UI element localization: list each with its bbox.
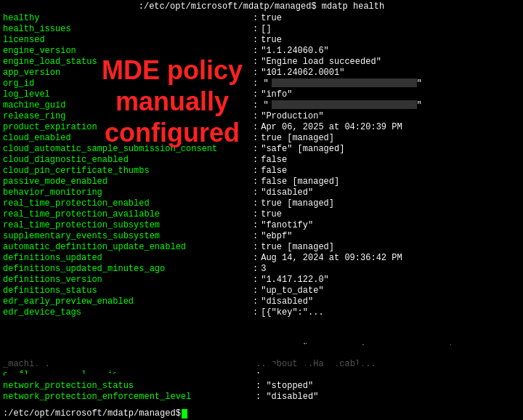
row-colon: : (253, 242, 258, 253)
row-value: true [managed] (261, 198, 334, 209)
row-value: Aug 14, 2024 at 09:36:42 PM (261, 253, 402, 264)
table-row: passive_mode_enabled: false [managed] (3, 177, 520, 187)
row-key: app_version (3, 68, 250, 78)
table-row: real_time_protection_subsystem: "fanotif… (3, 220, 520, 231)
row-key: health_issues (3, 24, 250, 35)
row-value: " (417, 78, 422, 89)
table-row: real_time_protection_available: true (3, 209, 520, 220)
table-row: machine_guid: " " (3, 100, 520, 111)
row-value: [] (261, 24, 271, 35)
row-colon: : (253, 144, 258, 155)
row-colon: : (253, 46, 258, 57)
row-colon: : (253, 57, 258, 68)
row-key: real_time_protection_enabled (3, 198, 250, 209)
row-value: "up_to_date" (261, 286, 323, 296)
row-key: definitions_version (3, 275, 250, 286)
row-value: false (261, 155, 287, 166)
row-value: true [managed] (261, 242, 334, 253)
bottom-prompt-text: :/etc/opt/microsoft/mdatp/managed$ (3, 408, 181, 419)
row-colon: : (253, 13, 258, 24)
row-colon: : (253, 187, 258, 198)
table-row: health_issues: [] (3, 24, 520, 35)
table-row: cloud_pin_certificate_thumbs: false (3, 166, 520, 177)
row-key: log_level (3, 89, 250, 100)
table-row: definitions_updated: Aug 14, 2024 at 09:… (3, 253, 520, 264)
row-colon: : (253, 275, 258, 286)
table-row: engine_version: "1.1.24060.6" (3, 46, 520, 57)
top-command-bar: :/etc/opt/microsoft/mdatp/managed$ mdatp… (3, 1, 520, 12)
row-colon: : (253, 286, 258, 296)
row-colon: : (253, 133, 258, 144)
svg-marker-0 (0, 329, 523, 355)
row-key: engine_version (3, 46, 250, 57)
table-row: org_id: " " (3, 78, 520, 89)
row-colon: : (253, 24, 258, 35)
row-key: edr_early_preview_enabled (3, 296, 250, 307)
row-colon: : (253, 35, 258, 46)
row-value: 3 (261, 264, 266, 275)
redacted-value (272, 100, 417, 109)
row-key: product_expiration (3, 122, 250, 133)
row-value: "safe" [managed] (261, 144, 344, 155)
row-value: "Production" (261, 111, 323, 122)
row-colon: : (253, 264, 258, 275)
terminal: :/etc/opt/microsoft/mdatp/managed$ mdatp… (0, 0, 523, 420)
table-row: automatic_definition_update_enabled: tru… (3, 242, 520, 253)
row-key: healthy (3, 13, 250, 24)
row-colon: : (253, 155, 258, 166)
table-row: real_time_protection_enabled: true [mana… (3, 198, 520, 209)
row-colon: : (253, 307, 258, 318)
svg-marker-1 (0, 360, 523, 380)
row-value: "1.1.24060.6" (261, 46, 329, 57)
cursor (182, 409, 187, 419)
jagged-tear-bottom (0, 355, 523, 380)
row-key: licensed (3, 35, 250, 46)
row-value: "disabled" (261, 296, 313, 307)
row-colon: : (253, 166, 258, 177)
row-key: network_protection_enforcement_level (3, 392, 250, 403)
row-value: false [managed] (261, 177, 339, 187)
table-row: release_ring: "Production" (3, 111, 520, 122)
table-row: definitions_status: "up_to_date" (3, 286, 520, 296)
row-value: true (261, 35, 282, 46)
row-key: real_time_protection_available (3, 209, 250, 220)
table-row: licensed: true (3, 35, 520, 46)
row-key: machine_guid (3, 100, 250, 111)
row-value: false (261, 166, 287, 177)
redacted-value (272, 78, 417, 87)
table-row: definitions_version: "1.417.122.0" (3, 275, 520, 286)
table-row: log_level: "info" (3, 89, 520, 100)
row-colon: : " (253, 100, 269, 111)
lines-container: healthy: truehealth_issues: []licensed: … (3, 13, 520, 318)
row-colon: : (253, 198, 258, 209)
row-colon: : (253, 209, 258, 220)
row-key: release_ring (3, 111, 250, 122)
row-value: : "disabled" (256, 392, 318, 403)
row-key: behavior_monitoring (3, 187, 250, 198)
row-key: definitions_updated (3, 253, 250, 264)
table-row: network_protection_enforcement_level : "… (3, 392, 520, 403)
row-colon: : " (253, 78, 269, 89)
row-key: definitions_status (3, 286, 250, 296)
row-value: true (261, 13, 282, 24)
row-value: "101.24062.0001" (261, 68, 344, 78)
table-row: cloud_enabled: true [managed] (3, 133, 520, 144)
row-colon: : (253, 220, 258, 231)
row-key: passive_mode_enabled (3, 177, 250, 187)
row-colon: : (253, 231, 258, 242)
row-value: : "stopped" (256, 381, 313, 392)
row-key: supplementary_events_subsystem (3, 231, 250, 242)
row-key: cloud_automatic_sample_submission_consen… (3, 144, 250, 155)
row-key: network_protection_status (3, 381, 250, 392)
bottom-prompt-bar: :/etc/opt/microsoft/mdatp/managed$ (0, 408, 523, 419)
table-row: healthy: true (3, 13, 520, 24)
row-key: real_time_protection_subsystem (3, 220, 250, 231)
row-value: Apr 06, 2025 at 04:20:39 PM (261, 122, 402, 133)
table-row: edr_early_preview_enabled: "disabled" (3, 296, 520, 307)
row-key: automatic_definition_update_enabled (3, 242, 250, 253)
row-colon: : (253, 177, 258, 187)
row-colon: : (253, 89, 258, 100)
row-key: cloud_diagnostic_enabled (3, 155, 250, 166)
row-colon: : (253, 296, 258, 307)
jagged-tear-top (0, 329, 523, 355)
